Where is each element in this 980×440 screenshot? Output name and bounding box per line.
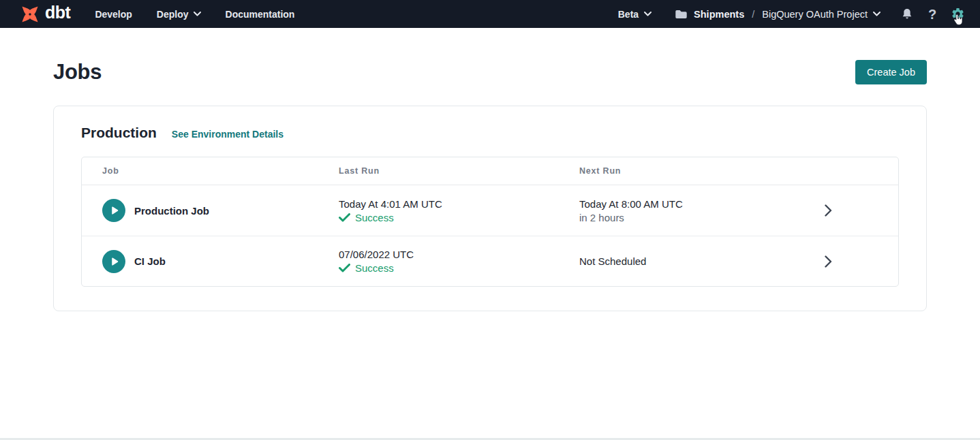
- dbt-logo-icon: [19, 3, 41, 25]
- column-header-last-run: Last Run: [339, 166, 579, 176]
- next-run-time: Today At 8:00 AM UTC: [579, 198, 825, 210]
- breadcrumb-separator: /: [750, 9, 756, 20]
- jobs-table-header-row: Job Last Run Next Run: [82, 157, 898, 185]
- chevron-down-icon: [644, 12, 652, 16]
- page-header: Jobs Create Job: [0, 60, 980, 84]
- beta-dropdown[interactable]: Beta: [618, 9, 652, 20]
- chevron-down-icon: [873, 12, 881, 16]
- settings-button[interactable]: [950, 7, 965, 22]
- breadcrumb-account[interactable]: Shipments: [694, 9, 744, 20]
- notifications-button[interactable]: [900, 7, 915, 22]
- run-status: Success: [339, 212, 579, 223]
- primary-nav: Develop Deploy Documentation: [95, 9, 294, 20]
- run-status-label: Success: [355, 262, 394, 274]
- beta-label: Beta: [618, 9, 639, 20]
- check-icon: [339, 264, 350, 272]
- chevron-right-icon: [825, 204, 832, 217]
- nav-item-documentation[interactable]: Documentation: [226, 9, 295, 20]
- run-job-button[interactable]: [102, 250, 125, 273]
- play-icon: [108, 255, 121, 268]
- next-run-relative: in 2 hours: [579, 212, 825, 223]
- row-expand-control[interactable]: [825, 204, 878, 217]
- run-job-button[interactable]: [102, 199, 125, 222]
- chevron-right-icon: [825, 255, 832, 268]
- job-name: CI Job: [134, 255, 166, 267]
- last-run-time: 07/06/2022 UTC: [339, 249, 579, 260]
- environment-card: Production See Environment Details Job L…: [53, 106, 927, 311]
- next-run-cell: Today At 8:00 AM UTC in 2 hours: [579, 198, 825, 223]
- environment-details-link[interactable]: See Environment Details: [172, 129, 284, 140]
- chevron-down-icon: [194, 12, 201, 16]
- table-row-ci-job[interactable]: CI Job 07/06/2022 UTC Success Not Schedu…: [82, 236, 898, 286]
- next-run-time: Not Scheduled: [579, 255, 825, 267]
- nav-icon-buttons: ?: [900, 7, 965, 22]
- row-expand-control[interactable]: [825, 255, 878, 268]
- help-button[interactable]: ?: [925, 7, 940, 22]
- page-title: Jobs: [53, 60, 102, 84]
- table-row-production-job[interactable]: Production Job Today At 4:01 AM UTC Succ…: [82, 185, 898, 236]
- breadcrumb-project-label: BigQuery OAuth Project: [762, 9, 868, 20]
- column-header-next-run: Next Run: [579, 166, 825, 176]
- job-name: Production Job: [134, 205, 209, 217]
- column-header-job: Job: [102, 166, 339, 176]
- nav-item-deploy[interactable]: Deploy: [157, 9, 201, 20]
- play-icon: [108, 204, 121, 217]
- folder-icon: [675, 9, 688, 20]
- question-mark-icon: ?: [928, 7, 936, 21]
- last-run-cell: 07/06/2022 UTC Success: [339, 249, 579, 274]
- last-run-cell: Today At 4:01 AM UTC Success: [339, 198, 579, 223]
- top-navigation-bar: dbt Develop Deploy Documentation Beta Sh…: [0, 0, 980, 28]
- job-cell: CI Job: [102, 250, 339, 273]
- hand-cursor: [953, 14, 964, 26]
- create-job-button[interactable]: Create Job: [855, 60, 927, 84]
- jobs-table: Job Last Run Next Run Production Job Tod…: [81, 157, 899, 287]
- nav-right-cluster: Beta Shipments / BigQuery OAuth Project: [618, 7, 965, 22]
- job-cell: Production Job: [102, 199, 339, 222]
- next-run-cell: Not Scheduled: [579, 255, 825, 267]
- breadcrumb-project-dropdown[interactable]: BigQuery OAuth Project: [762, 9, 881, 20]
- bell-icon: [900, 7, 914, 21]
- dbt-logo-text: dbt: [45, 4, 70, 24]
- run-status: Success: [339, 262, 579, 274]
- run-status-label: Success: [355, 212, 394, 223]
- last-run-time: Today At 4:01 AM UTC: [339, 198, 579, 210]
- nav-item-develop-label: Develop: [95, 9, 132, 20]
- check-icon: [339, 213, 350, 222]
- nav-item-develop[interactable]: Develop: [95, 9, 132, 20]
- breadcrumb: Shipments / BigQuery OAuth Project: [675, 9, 881, 20]
- environment-title: Production: [81, 125, 157, 141]
- dbt-logo[interactable]: dbt: [19, 3, 70, 25]
- nav-item-documentation-label: Documentation: [226, 9, 295, 20]
- nav-item-deploy-label: Deploy: [157, 9, 189, 20]
- environment-card-header: Production See Environment Details: [81, 125, 899, 141]
